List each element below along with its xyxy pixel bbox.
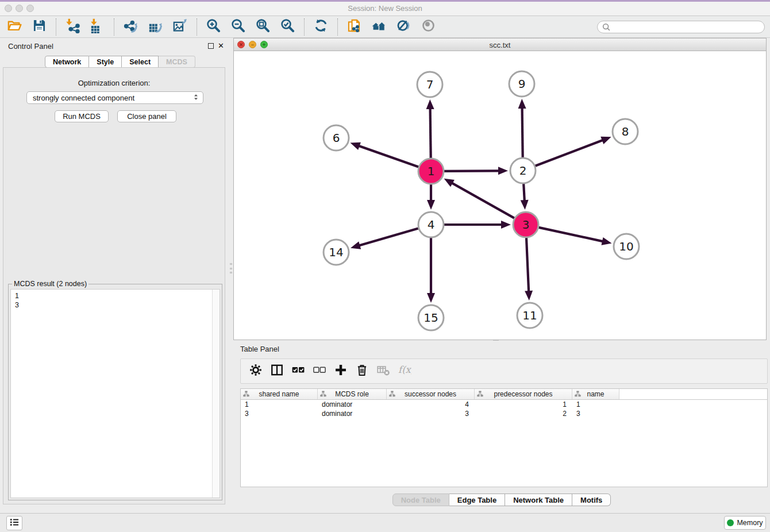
search-input[interactable] [597, 21, 765, 33]
import-table-button[interactable] [88, 17, 107, 37]
mcds-result-line: 3 [11, 300, 220, 310]
graph-node-1[interactable]: 1 [418, 159, 444, 184]
deselect-all-checks-icon [313, 363, 326, 379]
import-network-button[interactable] [63, 17, 83, 37]
tab-network-table[interactable]: Network Table [505, 494, 572, 506]
table-cell[interactable]: 1 [572, 400, 619, 409]
add-column-button[interactable] [330, 361, 351, 381]
column-header-label: predecessor nodes [494, 390, 552, 398]
delete-column-icon [355, 363, 369, 379]
zoom-out-button[interactable] [229, 17, 248, 37]
column-header-shared-name[interactable]: shared name [241, 389, 318, 399]
table-cell[interactable]: 2 [475, 409, 572, 418]
tab-node-table[interactable]: Node Table [392, 494, 449, 506]
graph-node-6[interactable]: 6 [324, 125, 349, 151]
graph-edge-1-2[interactable] [444, 167, 508, 175]
close-panel-button[interactable]: Close panel [117, 110, 176, 122]
graph-node-label: 10 [619, 240, 633, 253]
show-graphics-details-icon [421, 18, 436, 36]
zoom-selected-button[interactable] [278, 17, 298, 37]
tab-mcds[interactable]: MCDS [159, 56, 195, 68]
function-builder-icon: f(x) [398, 363, 411, 379]
hide-graphics-details-button[interactable] [394, 17, 414, 37]
table-cell[interactable]: 3 [241, 409, 318, 418]
toolbar-separator [197, 18, 197, 36]
graph-node-3[interactable]: 3 [513, 212, 538, 237]
tab-edge-table[interactable]: Edge Table [449, 494, 505, 506]
run-mcds-button[interactable]: Run MCDS [55, 110, 109, 122]
graph-node-label: 11 [522, 309, 537, 322]
refresh-button[interactable] [311, 17, 331, 37]
graph-edge-4-3[interactable] [444, 221, 511, 229]
graph-node-4[interactable]: 4 [418, 212, 444, 237]
export-image-button[interactable] [171, 17, 190, 37]
zoom-fit-button[interactable] [253, 17, 273, 37]
graph-edge-1-7[interactable] [426, 99, 434, 158]
task-history-button[interactable] [6, 516, 22, 530]
graph-edge-1-4[interactable] [427, 184, 435, 210]
graph-edge-3-10[interactable] [539, 228, 612, 245]
tab-motifs[interactable]: Motifs [572, 494, 611, 506]
toolbar-separator [304, 18, 305, 36]
graph-node-label: 7 [426, 78, 434, 91]
graph-node-8[interactable]: 8 [613, 119, 638, 144]
home-button[interactable] [369, 17, 389, 37]
tab-network[interactable]: Network [45, 56, 89, 68]
column-header-successor-nodes[interactable]: successor nodes [387, 389, 475, 399]
network-graph-canvas[interactable]: 1234678910111415 [234, 51, 766, 340]
vertical-splitter[interactable] [228, 38, 233, 513]
table-cell[interactable]: 4 [387, 400, 475, 409]
deselect-all-checks-button[interactable] [309, 361, 330, 381]
graph-edge-4-15[interactable] [427, 238, 435, 303]
mcds-result-textarea[interactable]: 13 [10, 289, 220, 498]
graph-edge-2-3[interactable] [521, 184, 529, 210]
column-attribute-icon [575, 391, 581, 399]
duplicate-network-icon [346, 18, 362, 36]
memory-button[interactable]: Memory [724, 516, 766, 530]
save-session-button[interactable] [30, 17, 49, 37]
tab-select[interactable]: Select [122, 56, 159, 68]
graph-node-14[interactable]: 14 [324, 240, 349, 265]
graph-edge-4-14[interactable] [351, 228, 418, 249]
control-panel-float-button[interactable] [208, 43, 214, 49]
duplicate-network-button[interactable] [345, 17, 364, 37]
table-header-row: shared nameMCDS rolesuccessor nodesprede… [241, 389, 767, 400]
open-session-button[interactable] [5, 17, 25, 37]
graph-edge-3-11[interactable] [525, 238, 533, 300]
zoom-in-icon [206, 18, 221, 36]
graph-edge-1-6[interactable] [351, 142, 419, 167]
graph-edge-3-1[interactable] [444, 179, 514, 218]
table-cell[interactable]: dominator [318, 409, 387, 418]
table-settings-button[interactable] [245, 361, 266, 381]
delete-column-button[interactable] [352, 361, 372, 381]
graph-node-11[interactable]: 11 [517, 303, 542, 328]
table-cell[interactable]: 3 [572, 409, 619, 418]
graph-edge-2-8[interactable] [536, 137, 611, 166]
optimization-criterion-select[interactable]: strongly connected component [26, 91, 203, 104]
export-table-button[interactable] [146, 17, 165, 37]
control-panel-close-button[interactable]: ✕ [218, 41, 224, 50]
select-all-checks-button[interactable] [288, 361, 309, 381]
column-header-predecessor-nodes[interactable]: predecessor nodes [475, 389, 572, 399]
table-cell[interactable]: 3 [387, 409, 475, 418]
graph-node-9[interactable]: 9 [509, 71, 534, 97]
zoom-in-button[interactable] [204, 17, 224, 37]
table-panel: Table Panel ✕ f(x) shared nameMCDS roles… [233, 341, 770, 513]
graph-node-10[interactable]: 10 [614, 234, 639, 259]
table-cell[interactable]: 1 [241, 400, 318, 409]
export-network-button[interactable] [121, 17, 141, 37]
show-graphics-details-button[interactable] [419, 17, 438, 37]
mcds-result-scrollbar[interactable] [212, 290, 220, 498]
graph-edge-2-9[interactable] [518, 99, 526, 157]
column-header-MCDS-role[interactable]: MCDS role [318, 389, 387, 399]
graph-node-15[interactable]: 15 [418, 305, 444, 330]
table-cell[interactable]: dominator [318, 400, 387, 409]
graph-node-2[interactable]: 2 [510, 158, 536, 183]
split-columns-button[interactable] [267, 361, 287, 381]
tab-style[interactable]: Style [89, 56, 122, 68]
table-cell[interactable]: 1 [475, 400, 572, 409]
vertical-splitter-grip[interactable] [229, 263, 232, 273]
column-header-name[interactable]: name [572, 389, 619, 399]
graph-node-7[interactable]: 7 [417, 72, 442, 97]
split-columns-icon [270, 363, 284, 379]
